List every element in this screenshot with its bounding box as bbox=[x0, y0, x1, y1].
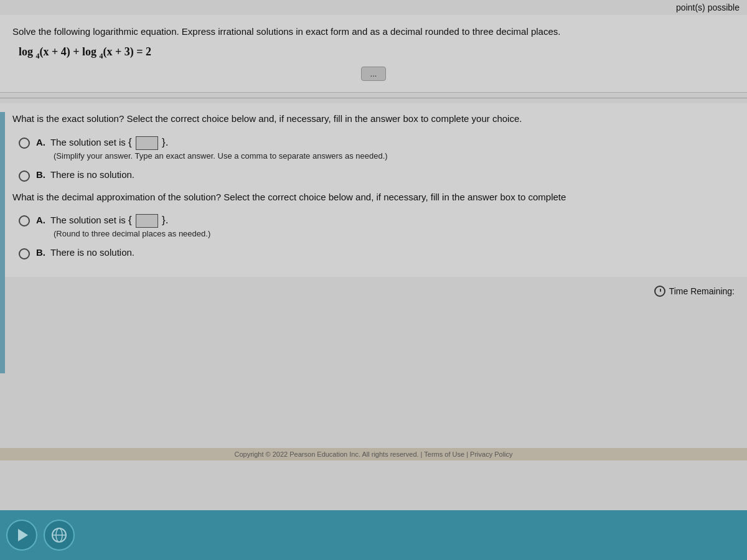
points-label: point(s) possible bbox=[676, 2, 740, 12]
decimal-answer-input[interactable] bbox=[136, 214, 158, 228]
left-accent bbox=[0, 112, 5, 373]
decimal-choice-b-letter: B. bbox=[36, 247, 45, 258]
time-remaining: Time Remaining: bbox=[654, 286, 735, 297]
decimal-section-question: What is the decimal approximation of the… bbox=[12, 190, 735, 205]
time-remaining-label: Time Remaining: bbox=[669, 286, 735, 296]
exact-choice-b-letter: B. bbox=[36, 169, 45, 180]
decimal-section: What is the decimal approximation of the… bbox=[12, 190, 735, 260]
decimal-radio-b[interactable] bbox=[19, 248, 30, 259]
decimal-choice-a-label: A. The solution set is { }. bbox=[36, 214, 210, 228]
main-content: point(s) possible Solve the following lo… bbox=[0, 0, 747, 510]
question-instruction: Solve the following logarithmic equation… bbox=[12, 25, 735, 39]
play-icon bbox=[13, 526, 31, 544]
exact-choice-a-row: A. The solution set is { }. (Simplify yo… bbox=[19, 136, 735, 161]
exact-choice-b-text: There is no solution. bbox=[50, 169, 134, 180]
exact-close-brace: }. bbox=[162, 136, 168, 148]
taskbar bbox=[0, 510, 747, 560]
exact-choice-a-label: A. The solution set is { }. bbox=[36, 136, 388, 150]
expand-btn-container: ... bbox=[12, 67, 735, 81]
decimal-open-brace: { bbox=[128, 214, 132, 226]
exact-choice-b-label: B. There is no solution. bbox=[36, 169, 134, 180]
equation: log 4(x + 4) + log 4(x + 3) = 2 bbox=[19, 45, 735, 61]
decimal-choice-a-note: (Round to three decimal places as needed… bbox=[54, 229, 210, 238]
svg-marker-0 bbox=[18, 529, 28, 541]
exact-choice-a-note: (Simplify your answer. Type an exact ans… bbox=[54, 151, 388, 161]
browser-button[interactable] bbox=[44, 520, 75, 551]
exact-section-question: What is the exact solution? Select the c… bbox=[12, 112, 735, 126]
exact-radio-b[interactable] bbox=[19, 170, 30, 182]
decimal-radio-a[interactable] bbox=[19, 215, 30, 226]
decimal-choice-b-label: B. There is no solution. bbox=[36, 247, 134, 258]
top-bar: point(s) possible bbox=[0, 0, 747, 15]
footer-bar: Copyright © 2022 Pearson Education Inc. … bbox=[0, 448, 747, 460]
copyright-text: Copyright © 2022 Pearson Education Inc. … bbox=[234, 450, 512, 458]
exact-open-brace: { bbox=[128, 136, 132, 148]
question-block: Solve the following logarithmic equation… bbox=[0, 15, 747, 93]
divider bbox=[0, 98, 747, 98]
decimal-close-brace: }. bbox=[162, 214, 168, 226]
exact-choice-b-row: B. There is no solution. bbox=[19, 169, 735, 182]
browser-icon bbox=[50, 526, 68, 544]
decimal-choice-a-text: The solution set is bbox=[50, 215, 126, 225]
exact-answer-section: What is the exact solution? Select the c… bbox=[0, 103, 747, 277]
exact-radio-a[interactable] bbox=[19, 138, 30, 149]
exact-answer-input[interactable] bbox=[136, 136, 158, 150]
decimal-choice-b-text: There is no solution. bbox=[50, 247, 134, 258]
decimal-choice-a-row: A. The solution set is { }. (Round to th… bbox=[19, 214, 735, 238]
clock-icon bbox=[654, 286, 665, 297]
expand-button[interactable]: ... bbox=[361, 67, 387, 81]
exact-choice-a-text: The solution set is bbox=[50, 137, 126, 147]
decimal-choice-a-letter: A. bbox=[36, 215, 45, 225]
play-button[interactable] bbox=[6, 520, 37, 551]
decimal-choice-a-content: A. The solution set is { }. (Round to th… bbox=[36, 214, 210, 238]
bottom-bar: Time Remaining: bbox=[0, 277, 747, 306]
exact-choice-a-letter: A. bbox=[36, 137, 45, 147]
exact-choice-a-content: A. The solution set is { }. (Simplify yo… bbox=[36, 136, 388, 161]
decimal-choice-b-row: B. There is no solution. bbox=[19, 247, 735, 259]
